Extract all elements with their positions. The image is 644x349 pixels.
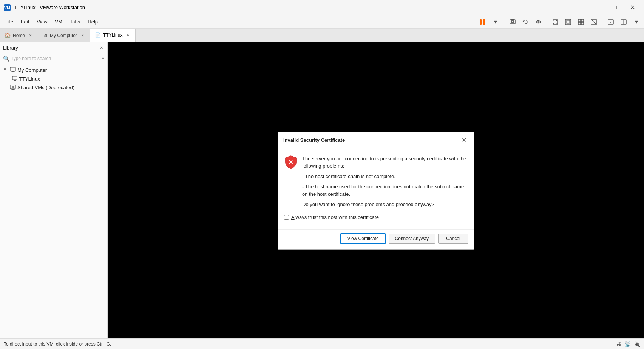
sidebar-close-button[interactable]: ✕	[98, 45, 104, 51]
toolbar-divider-1	[504, 17, 504, 26]
pause-button[interactable]	[477, 16, 489, 28]
menu-file[interactable]: File	[2, 17, 17, 26]
status-bar-right: 🖨 📡 🔌	[616, 341, 640, 347]
security-error-icon: ✕	[284, 155, 298, 169]
snapshot-button[interactable]	[507, 16, 519, 28]
tab-ttylinux[interactable]: 📄 TTYLinux ✕	[90, 29, 136, 42]
ttylinux-tab-close[interactable]: ✕	[125, 32, 131, 38]
dialog-title: Invalid Security Certificate	[283, 137, 345, 143]
sidebar-header: Library ✕	[0, 42, 107, 53]
toolbar: ▾	[477, 16, 642, 28]
settings-button[interactable]	[618, 16, 630, 28]
menu-help[interactable]: Help	[84, 17, 102, 26]
status-bar: To direct input to this VM, click inside…	[0, 338, 644, 349]
home-tab-icon: 🏠	[5, 33, 11, 38]
svg-point-5	[511, 20, 514, 23]
dialog-intro: The server you are connecting to is pres…	[302, 155, 468, 170]
no-unity-button[interactable]	[588, 16, 600, 28]
invalid-cert-dialog: Invalid Security Certificate ✕ ✕	[278, 132, 474, 250]
sidebar-item-mycomputer[interactable]: ▼ My Computer	[0, 66, 107, 74]
svg-rect-30	[14, 80, 16, 81]
dialog-overlay: Invalid Security Certificate ✕ ✕	[108, 42, 644, 338]
vm-content-area[interactable]: Invalid Security Certificate ✕ ✕	[108, 42, 644, 338]
cancel-button[interactable]: Cancel	[438, 234, 468, 244]
svg-text:✕: ✕	[289, 159, 293, 166]
mycomputer-tab-close[interactable]: ✕	[79, 33, 85, 39]
tab-home[interactable]: 🏠 Home ✕	[0, 29, 38, 42]
always-trust-label[interactable]: Always trust this host with this certifi…	[291, 214, 379, 220]
always-trust-checkbox[interactable]	[284, 215, 289, 220]
pause-dropdown-button[interactable]: ▾	[490, 16, 502, 28]
svg-rect-3	[483, 19, 485, 25]
print-status-icon: 🖨	[616, 341, 621, 347]
sidebar-item-ttylinux[interactable]: TTYLinux	[0, 74, 107, 83]
menu-view[interactable]: View	[33, 17, 51, 26]
dialog-close-button[interactable]: ✕	[459, 136, 468, 145]
mycomputer-label: My Computer	[17, 67, 47, 73]
network-status-icon: 📡	[624, 341, 631, 347]
console-icon: >_	[607, 19, 614, 25]
window-controls: — □ ✕	[589, 0, 641, 15]
title-bar: VM TTYLinux - VMware Workstation — □ ✕	[0, 0, 644, 15]
dialog-problem-2: - The host name used for the connection …	[302, 183, 468, 198]
main-layout: Library ✕ 🔍 ▾ ▼ My Computer	[0, 42, 644, 338]
fit-window-icon	[552, 19, 559, 25]
fit-window-button[interactable]	[549, 16, 561, 28]
status-message: To direct input to this VM, click inside…	[4, 341, 111, 347]
svg-rect-32	[10, 85, 15, 89]
underline-a: A	[291, 214, 295, 220]
svg-rect-31	[13, 78, 16, 78]
mycomputer-tab-icon: 🖥	[43, 33, 48, 38]
view-certificate-button[interactable]: View Certificate	[340, 233, 385, 244]
device-status-icon: 🔌	[634, 341, 640, 347]
tab-bar: 🏠 Home ✕ 🖥 My Computer ✕ 📄 TTYLinux ✕	[0, 29, 644, 42]
unity-button[interactable]	[575, 16, 587, 28]
menu-tabs[interactable]: Tabs	[66, 17, 84, 26]
svg-rect-16	[578, 19, 581, 22]
search-dropdown-icon[interactable]: ▾	[102, 56, 104, 61]
no-unity-icon	[590, 19, 597, 25]
unity-icon	[578, 19, 584, 25]
svg-rect-29	[12, 76, 17, 80]
send-ctrlaltdel-button[interactable]	[532, 16, 544, 28]
search-icon: 🔍	[3, 56, 9, 62]
fullscreen-button[interactable]	[562, 16, 574, 28]
minimize-button[interactable]: —	[589, 0, 606, 15]
tab-mycomputer[interactable]: 🖥 My Computer ✕	[38, 29, 90, 42]
fullscreen-icon	[565, 19, 571, 25]
app-logo: VM	[3, 3, 11, 12]
sharedvms-icon	[10, 84, 16, 91]
toolbar-divider-2	[547, 17, 547, 26]
window-close-button[interactable]: ✕	[624, 0, 641, 15]
svg-text:VM: VM	[4, 6, 11, 10]
sidebar-item-sharedvms[interactable]: ▶ Shared VMs (Deprecated)	[0, 83, 107, 92]
home-tab-close[interactable]: ✕	[27, 33, 33, 39]
svg-rect-14	[565, 19, 571, 25]
home-tab-label: Home	[13, 33, 25, 38]
svg-rect-6	[511, 19, 514, 20]
svg-point-8	[537, 21, 539, 23]
svg-rect-2	[480, 19, 482, 25]
connect-anyway-button[interactable]: Connect Anyway	[389, 234, 435, 244]
app-title: TTYLinux - VMware Workstation	[14, 5, 85, 10]
console-button[interactable]: >_	[605, 16, 617, 28]
expand-mycomputer-icon: ▼	[3, 67, 9, 73]
maximize-button[interactable]: □	[606, 0, 624, 15]
svg-line-21	[591, 19, 596, 25]
settings-dropdown-button[interactable]: ▾	[630, 16, 642, 28]
menu-edit[interactable]: Edit	[17, 17, 33, 26]
search-input[interactable]	[11, 56, 102, 61]
dialog-text: The server you are connecting to is pres…	[302, 155, 468, 211]
menu-vm[interactable]: VM	[51, 17, 66, 26]
ttylinux-tab-label: TTYLinux	[103, 33, 122, 38]
ttylinux-label: TTYLinux	[19, 76, 40, 82]
sidebar-title: Library	[3, 45, 18, 51]
dialog-question: Do you want to ignore these problems and…	[302, 201, 468, 208]
revert-button[interactable]	[519, 16, 531, 28]
svg-rect-15	[567, 20, 570, 23]
dialog-body: ✕ The server you are connecting to is pr…	[278, 149, 474, 226]
settings-icon	[620, 19, 627, 25]
dialog-problem-1: - The host certificate chain is not comp…	[302, 173, 468, 180]
svg-rect-26	[10, 67, 15, 71]
menu-bar: File Edit View VM Tabs Help ▾	[0, 15, 644, 29]
